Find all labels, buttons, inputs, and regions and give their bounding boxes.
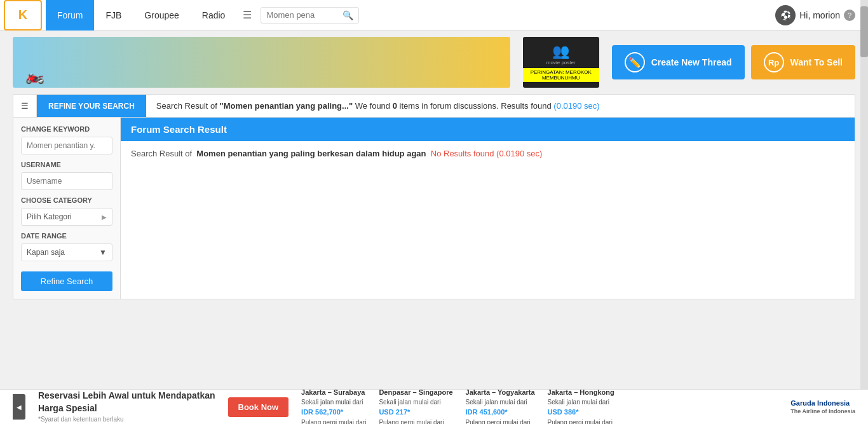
- nav-forum[interactable]: Forum: [46, 0, 94, 31]
- category-arrow-icon: ▶: [102, 214, 107, 221]
- nav-radio[interactable]: Radio: [191, 0, 237, 31]
- search-bar-row: ☰ REFINE YOUR SEARCH Search Result of "M…: [13, 94, 855, 118]
- help-icon[interactable]: ?: [844, 10, 855, 21]
- banner-ad: 👥 movie poster PERINGATAN: MEROKOK MEMBU…: [523, 37, 599, 88]
- results-body: Search Result of Momen penantian yang pa…: [121, 141, 855, 166]
- rp-icon: Rp: [764, 52, 784, 72]
- keyword-input[interactable]: [21, 137, 112, 154]
- pencil-icon: ✏️: [625, 52, 645, 72]
- change-keyword-label: CHANGE KEYWORD: [21, 125, 112, 133]
- want-to-sell-button[interactable]: Rp Want To Sell: [751, 45, 855, 79]
- logo-button[interactable]: K: [4, 0, 42, 31]
- main-content: CHANGE KEYWORD USERNAME CHOOSE CATEGORY …: [13, 118, 855, 299]
- logo-icon: K: [18, 8, 27, 22]
- user-greeting: Hi, morion: [799, 10, 840, 20]
- nav-search-input[interactable]: [266, 10, 342, 20]
- date-range-dropdown[interactable]: Kapan saja ▼: [21, 243, 112, 261]
- results-panel: Forum Search Result Search Result of Mom…: [121, 118, 855, 299]
- nav-search-button[interactable]: 🔍: [342, 10, 353, 20]
- user-info: ⚽ Hi, morion ?: [775, 5, 855, 25]
- create-thread-button[interactable]: ✏️ Create New Thread: [612, 45, 745, 79]
- action-buttons: ✏️ Create New Thread Rp Want To Sell: [612, 45, 855, 79]
- nav-groupee[interactable]: Groupee: [133, 0, 190, 31]
- list-icon-button[interactable]: ☰: [13, 95, 37, 117]
- username-input[interactable]: [21, 172, 112, 190]
- menu-icon[interactable]: ☰: [236, 9, 258, 21]
- scrollbar[interactable]: [860, 0, 868, 299]
- nav-fjb[interactable]: FJB: [94, 0, 133, 31]
- date-range-label: DATE RANGE: [21, 232, 112, 240]
- date-dropdown-arrow-icon: ▼: [99, 248, 107, 257]
- scrollbar-thumb[interactable]: [860, 6, 868, 57]
- sidebar-filters: CHANGE KEYWORD USERNAME CHOOSE CATEGORY …: [13, 118, 121, 299]
- banner-area: 🏍️ 👥 movie poster PERINGATAN: MEROKOK ME…: [0, 31, 868, 94]
- refine-tab: REFINE YOUR SEARCH: [37, 95, 146, 117]
- results-header: Forum Search Result: [121, 118, 855, 141]
- top-navigation: K Forum FJB Groupee Radio ☰ 🔍 ⚽ Hi, mori…: [0, 0, 868, 31]
- avatar: ⚽: [775, 5, 796, 25]
- search-result-text: Search Result of "Momen penantian yang p…: [146, 95, 610, 117]
- username-label: USERNAME: [21, 161, 112, 168]
- nav-right: ⚽ Hi, morion ?: [775, 5, 868, 25]
- banner-image: 🏍️: [13, 37, 510, 88]
- warning-text: PERINGATAN: MEROKOK MEMBUNUHMU: [523, 68, 599, 82]
- category-select[interactable]: Pilih Kategori ▶: [21, 208, 112, 226]
- choose-category-label: CHOOSE CATEGORY: [21, 196, 112, 204]
- nav-search-box: 🔍: [261, 7, 359, 24]
- refine-search-button[interactable]: Refine Search: [21, 271, 112, 291]
- motorcycle-icon: 🏍️: [25, 67, 44, 85]
